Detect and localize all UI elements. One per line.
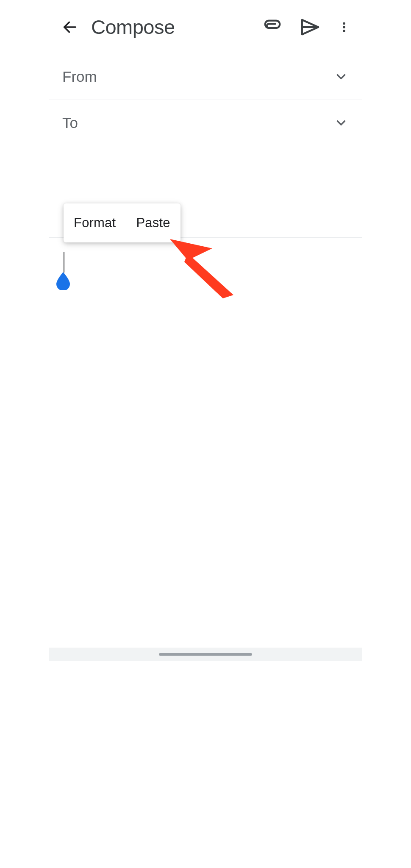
from-field[interactable]: From (49, 54, 362, 100)
svg-point-3 (343, 22, 345, 25)
chevron-down-icon (334, 70, 348, 84)
from-label: From (62, 68, 328, 85)
arrow-left-icon (61, 19, 78, 36)
paste-menu-item[interactable]: Paste (126, 203, 180, 242)
back-button[interactable] (61, 18, 79, 36)
text-cursor (64, 252, 64, 273)
home-indicator[interactable] (159, 653, 252, 656)
from-expand[interactable] (333, 69, 349, 84)
more-button[interactable] (338, 19, 350, 36)
svg-point-5 (343, 29, 345, 32)
to-field[interactable]: To (49, 100, 362, 146)
header-actions (263, 17, 350, 37)
svg-marker-7 (184, 253, 233, 298)
teardrop-handle-icon (54, 271, 72, 290)
to-label: To (62, 114, 328, 131)
system-nav-bar (49, 648, 362, 661)
more-vertical-icon (338, 19, 350, 36)
page-title: Compose (91, 15, 251, 39)
send-icon (300, 17, 320, 37)
cursor-handle[interactable] (54, 271, 72, 290)
svg-point-4 (343, 26, 345, 28)
to-expand[interactable] (333, 115, 349, 131)
format-menu-item[interactable]: Format (64, 203, 126, 242)
chevron-down-icon (334, 116, 348, 130)
send-button[interactable] (300, 17, 320, 37)
recipient-fields: From To (49, 54, 362, 146)
app-header: Compose (49, 0, 362, 54)
attach-button[interactable] (263, 17, 283, 37)
compose-screen: Compose Fr (49, 0, 362, 661)
text-context-menu: Format Paste (64, 203, 181, 242)
paperclip-icon (263, 17, 283, 37)
